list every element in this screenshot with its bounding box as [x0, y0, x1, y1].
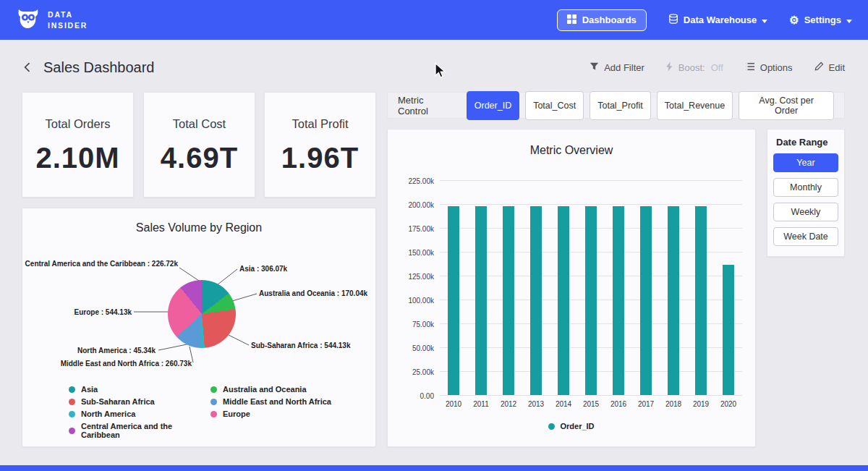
boost-label: Boost:	[678, 62, 705, 73]
date-range-buttons: YearMonthlyWeeklyWeek Date	[767, 153, 844, 246]
legend-dot-icon	[69, 386, 75, 393]
nav-settings-label: Settings	[804, 14, 841, 25]
metric-button-total-profit[interactable]: Total_Profit	[590, 91, 651, 120]
legend-dot-icon	[548, 423, 555, 430]
bar-series	[440, 180, 742, 395]
date-range-button-week-date[interactable]: Week Date	[773, 227, 838, 246]
pie-legend-item-europe[interactable]: Europe	[210, 410, 352, 418]
gear-icon: ⚙	[789, 14, 799, 25]
date-range-label: Date Range	[767, 130, 844, 148]
bar-2015[interactable]	[585, 206, 597, 395]
x-tick-label: 2017	[634, 400, 658, 408]
pie-legend-column: Australia and OceaniaMiddle East and Nor…	[210, 385, 352, 439]
pie-legend-item-middle-east-and-north-africa[interactable]: Middle East and North Africa	[210, 397, 352, 406]
nav-data-warehouse[interactable]: Data Warehouse	[668, 14, 767, 26]
metric-button-total-revenue[interactable]: Total_Revenue	[657, 91, 733, 120]
y-tick-label: 75.00k	[395, 321, 434, 328]
back-button[interactable]	[22, 61, 33, 73]
pencil-icon	[814, 61, 824, 73]
pie-label-europe: Europe : 544.13k	[75, 308, 132, 316]
x-tick-label: 2018	[662, 400, 685, 408]
bar-2017[interactable]	[640, 206, 652, 395]
bar-xlabels: 2010201120122013201420152016201720182019…	[440, 400, 742, 408]
chevron-down-icon	[846, 14, 852, 25]
kpi-value: 4.69T	[144, 142, 255, 174]
pie-legend-label: Central America and the Caribbean	[81, 422, 210, 439]
y-tick-label: 50.00k	[395, 344, 434, 352]
pie-legend-label: Australia and Oceania	[223, 385, 307, 394]
bar-2010[interactable]	[448, 206, 459, 395]
y-tick-label: 100.00k	[395, 297, 434, 305]
pie-title: Sales Volume by Region	[22, 221, 375, 234]
boost-toggle[interactable]: Boost: Off	[666, 61, 723, 74]
nav-settings[interactable]: ⚙ Settings	[789, 14, 852, 25]
x-tick-label: 2012	[497, 400, 520, 408]
edit-button[interactable]: Edit	[814, 61, 845, 73]
pie-chart[interactable]	[168, 280, 236, 348]
nav-data-warehouse-label: Data Warehouse	[684, 14, 757, 25]
x-tick-label: 2016	[607, 400, 630, 408]
bar-plot: 2010201120122013201420152016201720182019…	[440, 180, 742, 395]
legend-dot-icon	[69, 411, 75, 417]
metric-button-avg-cost-per-order[interactable]: Avg. Cost per Order	[739, 91, 834, 120]
pie-label-middle-east-and-north-africa: Middle East and North Africa : 260.73k	[61, 360, 192, 368]
pie-legend-item-sub-saharan-africa[interactable]: Sub-Saharan Africa	[69, 397, 210, 406]
pie-legend-item-central-america-and-the-caribbean[interactable]: Central America and the Caribbean	[69, 422, 210, 439]
kpi-card-total-profit: Total Profit 1.96T	[264, 92, 376, 198]
owl-logo-icon	[16, 8, 41, 33]
nav-dashboards[interactable]: Dashboards	[557, 9, 647, 31]
bar-2012[interactable]	[503, 206, 514, 395]
chevron-down-icon	[762, 14, 767, 25]
pie-label-north-america: North America : 45.34k	[77, 347, 156, 355]
bar-2020[interactable]	[723, 265, 734, 395]
metric-button-order-id[interactable]: Order_ID	[467, 91, 519, 120]
dashboard-grid-icon	[567, 14, 576, 26]
add-filter-label: Add Filter	[604, 62, 644, 73]
page-header: Sales Dashboard Add Filter Boost: Off Op…	[22, 55, 845, 80]
pie-legend-item-australia-and-oceania[interactable]: Australia and Oceania	[210, 385, 352, 394]
brand-line1: DATA	[48, 9, 88, 20]
metric-overview-card: Metric Overview 201020112012201320142015…	[387, 129, 756, 447]
kpi-value: 1.96T	[265, 142, 375, 174]
y-tick-label: 150.00k	[395, 249, 434, 257]
legend-dot-icon	[210, 386, 217, 393]
y-tick-label: 225.00k	[395, 177, 434, 185]
pie-label-australia-and-oceania: Australia and Oceania : 170.04k	[259, 289, 367, 297]
date-range-button-monthly[interactable]: Monthly	[773, 178, 838, 197]
options-button[interactable]: Options	[745, 62, 793, 73]
y-tick-label: 125.00k	[395, 273, 434, 281]
kpi-card-total-cost: Total Cost 4.69T	[143, 92, 255, 198]
date-range-button-weekly[interactable]: Weekly	[773, 203, 838, 221]
add-filter-button[interactable]: Add Filter	[590, 61, 644, 73]
bar-2018[interactable]	[668, 206, 679, 395]
y-tick-label: 200.00k	[395, 201, 434, 209]
boost-bolt-icon	[666, 61, 673, 74]
x-tick-label: 2020	[717, 400, 740, 408]
options-label: Options	[760, 62, 793, 73]
x-tick-label: 2010	[442, 400, 465, 408]
legend-dot-icon	[69, 399, 75, 405]
x-tick-label: 2019	[689, 400, 712, 408]
filter-funnel-icon	[590, 61, 599, 73]
pie-legend-item-north-america[interactable]: North America	[69, 410, 210, 418]
date-range-button-year[interactable]: Year	[773, 153, 838, 172]
kpi-label: Total Profit	[265, 117, 375, 131]
bar-legend-label: Order_ID	[560, 422, 594, 430]
x-tick-label: 2013	[524, 400, 548, 408]
top-navigation: Dashboards Data Warehouse ⚙ Settings	[557, 9, 852, 31]
y-tick-label: 175.00k	[395, 225, 434, 233]
bar-2019[interactable]	[695, 206, 707, 395]
metric-button-total-cost[interactable]: Total_Cost	[525, 91, 584, 120]
x-tick-label: 2011	[469, 400, 493, 408]
bar-2016[interactable]	[613, 206, 624, 395]
x-tick-label: 2015	[579, 400, 603, 408]
bar-2014[interactable]	[558, 206, 569, 395]
metric-control-buttons: Order_IDTotal_CostTotal_ProfitTotal_Reve…	[467, 91, 834, 120]
bar-2013[interactable]	[530, 206, 542, 395]
brand-logo[interactable]: DATA INSIDER	[16, 8, 88, 33]
edit-label: Edit	[829, 62, 845, 73]
bar-2011[interactable]	[475, 206, 487, 395]
pie-legend-item-asia[interactable]: Asia	[69, 385, 210, 394]
pie-legend-label: Sub-Saharan Africa	[81, 397, 155, 406]
sales-volume-card: Sales Volume by Region Asia : 306.07k Au…	[22, 208, 376, 447]
